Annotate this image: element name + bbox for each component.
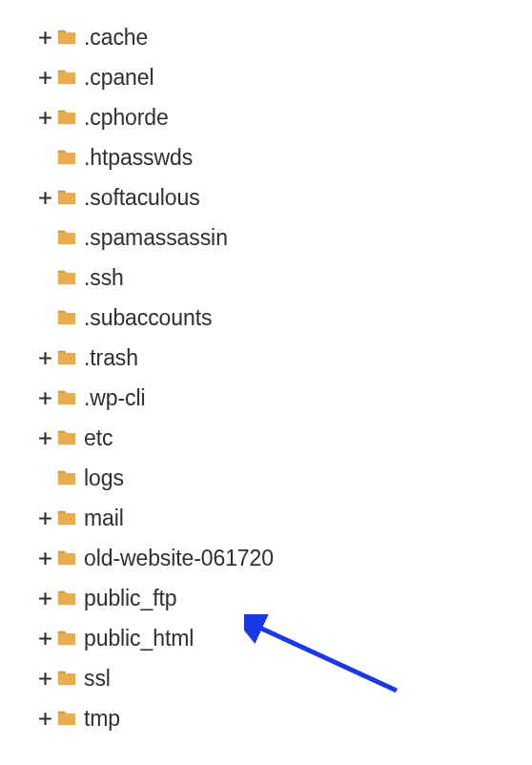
folder-icon — [55, 227, 78, 248]
expand-icon[interactable] — [34, 711, 55, 727]
folder-icon — [55, 187, 78, 208]
expand-icon[interactable] — [34, 350, 55, 366]
expand-icon[interactable] — [34, 190, 55, 206]
folder-label: public_ftp — [84, 586, 176, 611]
expand-icon[interactable] — [34, 510, 55, 527]
folder-icon — [55, 387, 78, 408]
tree-item[interactable]: ssl — [0, 658, 532, 698]
tree-item[interactable]: .htpasswds — [0, 137, 532, 177]
expand-icon[interactable] — [34, 671, 55, 687]
folder-label: public_html — [84, 626, 194, 651]
folder-icon — [55, 107, 78, 128]
folder-label: tmp — [84, 706, 120, 732]
folder-icon — [55, 267, 78, 288]
folder-tree: .cache.cpanel.cphorde.htpasswds.softacul… — [0, 17, 532, 738]
expand-icon[interactable] — [34, 30, 55, 46]
expand-icon[interactable] — [34, 390, 55, 406]
folder-label: .cpanel — [84, 65, 153, 91]
tree-item[interactable]: .cphorde — [0, 97, 532, 137]
folder-icon — [55, 347, 78, 368]
folder-label: mail — [84, 506, 124, 531]
tree-item[interactable]: .wp-cli — [0, 378, 532, 418]
tree-item[interactable]: .cpanel — [0, 57, 532, 97]
folder-label: .trash — [84, 345, 138, 371]
tree-item[interactable]: .spamassassin — [0, 217, 532, 258]
folder-label: .subaccounts — [84, 305, 212, 331]
folder-label: ssl — [84, 666, 111, 692]
folder-label: .softaculous — [84, 185, 200, 211]
folder-icon — [55, 548, 78, 569]
tree-item[interactable]: .softaculous — [0, 177, 532, 217]
tree-item[interactable]: logs — [0, 458, 532, 498]
tree-item[interactable]: old-website-061720 — [0, 538, 532, 578]
expand-icon[interactable] — [34, 631, 55, 647]
folder-icon — [55, 147, 78, 168]
tree-item[interactable]: mail — [0, 498, 532, 538]
folder-label: .wp-cli — [84, 385, 145, 411]
tree-item[interactable]: tmp — [0, 698, 532, 738]
expand-icon[interactable] — [34, 550, 55, 567]
folder-label: .htpasswds — [84, 145, 193, 171]
folder-icon — [55, 467, 78, 488]
tree-item[interactable]: .ssh — [0, 258, 532, 298]
folder-label: .cache — [84, 25, 148, 51]
tree-item[interactable]: .cache — [0, 17, 532, 57]
tree-item[interactable]: .trash — [0, 338, 532, 378]
folder-icon — [55, 588, 78, 609]
folder-label: .spamassassin — [84, 225, 228, 251]
folder-label: logs — [84, 465, 124, 491]
folder-icon — [55, 507, 78, 528]
folder-icon — [55, 668, 78, 689]
tree-item[interactable]: .subaccounts — [0, 298, 532, 338]
folder-label: .ssh — [84, 265, 124, 291]
tree-item[interactable]: etc — [0, 418, 532, 458]
expand-icon[interactable] — [34, 590, 55, 607]
tree-item[interactable]: public_ftp — [0, 578, 532, 618]
folder-icon — [55, 628, 78, 649]
folder-label: .cphorde — [84, 105, 169, 131]
expand-icon[interactable] — [34, 70, 55, 86]
folder-label: etc — [84, 425, 113, 451]
folder-icon — [55, 27, 78, 48]
expand-icon[interactable] — [34, 110, 55, 126]
folder-icon — [55, 67, 78, 88]
folder-label: old-website-061720 — [84, 546, 274, 571]
expand-icon[interactable] — [34, 430, 55, 446]
folder-icon — [55, 307, 78, 328]
folder-icon — [55, 708, 78, 729]
folder-icon — [55, 427, 78, 448]
tree-item[interactable]: public_html — [0, 618, 532, 658]
